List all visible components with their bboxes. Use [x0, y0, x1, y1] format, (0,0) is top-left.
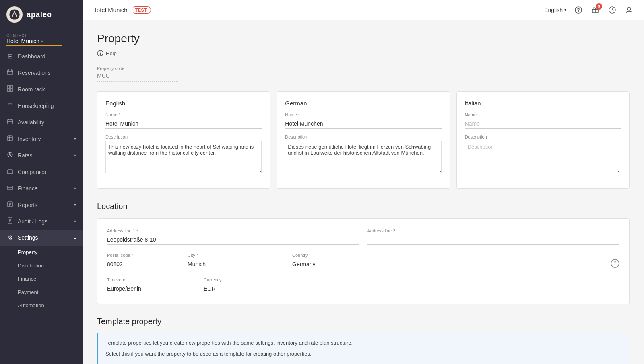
gift-badge: 5 — [596, 3, 602, 10]
user-icon[interactable] — [624, 5, 634, 15]
sidebar-item-rates[interactable]: Rates ▾ — [0, 147, 83, 163]
country-input[interactable] — [292, 259, 607, 269]
audit-logs-icon — [6, 217, 14, 225]
german-desc-textarea[interactable]: Dieses neue gemütliche Hotel liegt im He… — [285, 141, 441, 173]
finance-arrow: ▾ — [74, 186, 76, 190]
property-code-label: Property code — [97, 66, 630, 71]
country-info-icon[interactable]: ? — [611, 259, 619, 268]
timezone-label: Timezone — [107, 277, 196, 282]
template-info-line1: Template properties let you create new p… — [105, 339, 622, 347]
svg-point-20 — [9, 154, 10, 155]
sidebar-sub-distribution[interactable]: Distribution — [0, 259, 83, 272]
sidebar-item-audit-logs[interactable]: Audit / Logs ▾ — [0, 213, 83, 230]
sidebar-item-label: Room rack — [18, 86, 45, 93]
sidebar-nav: ⊞ Dashboard Reservations Room rack House… — [0, 48, 83, 312]
sidebar-item-settings[interactable]: ⚙ Settings ▴ — [0, 230, 83, 246]
gift-icon[interactable]: 5 — [590, 5, 601, 15]
clock-icon[interactable] — [607, 5, 617, 15]
svg-rect-14 — [8, 136, 12, 141]
timezone-field: Timezone — [107, 277, 196, 294]
availability-icon — [6, 118, 14, 126]
german-name-input[interactable] — [285, 119, 441, 129]
svg-rect-10 — [7, 120, 13, 124]
sidebar-item-label: Companies — [18, 169, 46, 175]
svg-rect-8 — [7, 89, 10, 91]
currency-input[interactable] — [204, 284, 276, 294]
sidebar-item-reports[interactable]: Reports ▾ — [0, 196, 83, 213]
sidebar-sub-property[interactable]: Property — [0, 246, 83, 259]
italian-desc-label: Description — [465, 134, 621, 139]
context-chevron: ▾ — [41, 39, 43, 43]
sidebar-item-room-rack[interactable]: Room rack — [0, 81, 83, 97]
postal-label: Postal code * — [107, 253, 180, 258]
sidebar: apaleo Context Hotel Munich ▾ ⊞ Dashboar… — [0, 0, 83, 364]
english-name-label: Name * — [105, 112, 262, 117]
sidebar-sub-finance[interactable]: Finance — [0, 272, 83, 285]
svg-rect-22 — [8, 170, 12, 174]
english-name-group: Name * — [105, 112, 262, 129]
sidebar-sub-automation[interactable]: Automation — [0, 299, 83, 312]
city-field: City * — [188, 253, 284, 269]
sidebar-item-label: Reports — [18, 202, 37, 208]
country-label: Country — [292, 253, 607, 258]
svg-point-21 — [10, 155, 11, 156]
svg-rect-7 — [10, 86, 13, 88]
context-section: Context Hotel Munich ▾ — [0, 29, 83, 48]
help-link[interactable]: Help — [97, 50, 630, 56]
address1-field: Address line 1 * — [107, 228, 359, 245]
inventory-arrow: ▾ — [74, 136, 76, 141]
sidebar-sub-payment[interactable]: Payment — [0, 285, 83, 299]
sidebar-item-label: Rates — [18, 152, 33, 159]
timezone-input[interactable] — [107, 284, 196, 294]
context-label: Context — [6, 33, 76, 38]
context-value[interactable]: Hotel Munich ▾ — [6, 38, 76, 44]
location-row-1: Address line 1 * Address line 2 — [107, 228, 619, 245]
sidebar-item-housekeeping[interactable]: Housekeeping — [0, 97, 83, 114]
sidebar-item-finance[interactable]: Finance ▾ — [0, 180, 83, 196]
content: Property Help Property code MUC English … — [83, 20, 644, 364]
currency-label: Currency — [204, 277, 276, 282]
sidebar-item-dashboard[interactable]: ⊞ Dashboard — [0, 48, 83, 64]
sidebar-logo: apaleo — [0, 0, 83, 29]
language-selector[interactable]: English ▾ — [544, 7, 567, 13]
context-underline — [6, 45, 62, 46]
location-row-3: Timezone Currency — [107, 277, 619, 294]
english-desc-textarea[interactable]: This new cozy hotel is located in the he… — [105, 141, 262, 173]
property-code-group: Property code MUC — [97, 66, 630, 82]
svg-point-43 — [100, 55, 100, 55]
postal-field: Postal code * — [107, 253, 180, 269]
city-input[interactable] — [188, 259, 284, 269]
location-section-title: Location — [97, 202, 630, 211]
location-row-2: Postal code * City * Country ? — [107, 253, 619, 269]
german-desc-label: Description — [285, 134, 441, 139]
sidebar-item-inventory[interactable]: Inventory ▾ — [0, 130, 83, 147]
rates-icon — [6, 151, 14, 159]
sidebar-item-availability[interactable]: Availability — [0, 114, 83, 130]
reports-icon — [6, 201, 14, 209]
settings-arrow: ▴ — [74, 236, 76, 240]
template-info-box: Template properties let you create new p… — [97, 333, 630, 364]
sidebar-item-label: Finance — [18, 185, 38, 192]
sidebar-item-label: Settings — [18, 234, 38, 241]
address2-input[interactable] — [367, 235, 620, 245]
svg-rect-9 — [10, 89, 13, 91]
italian-name-input[interactable] — [465, 119, 621, 129]
reports-arrow: ▾ — [74, 203, 76, 207]
address1-input[interactable] — [107, 235, 359, 245]
english-name-input[interactable] — [105, 119, 262, 129]
sidebar-item-companies[interactable]: Companies — [0, 163, 83, 180]
italian-name-label: Name — [465, 112, 621, 117]
page-title: Property — [97, 32, 630, 45]
german-desc-group: Description Dieses neue gemütliche Hotel… — [285, 134, 441, 175]
help-icon[interactable] — [573, 5, 584, 15]
language-chevron: ▾ — [564, 7, 567, 12]
audit-arrow: ▾ — [74, 219, 76, 223]
sidebar-item-reservations[interactable]: Reservations — [0, 64, 83, 81]
german-name-group: Name * — [285, 112, 441, 129]
help-label: Help — [106, 50, 117, 56]
svg-rect-6 — [7, 86, 10, 88]
settings-icon: ⚙ — [6, 234, 14, 241]
postal-input[interactable] — [107, 259, 180, 269]
italian-desc-textarea[interactable] — [465, 141, 621, 173]
location-card: Address line 1 * Address line 2 Postal c… — [97, 218, 630, 304]
